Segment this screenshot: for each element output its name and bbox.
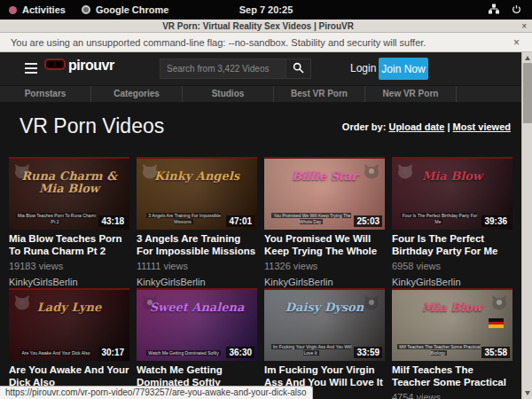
video-thumbnail[interactable]: Sweet Analena Watch Me Getting Dominated… [137, 288, 257, 361]
video-title[interactable]: Milf Teaches The Teacher Some Practical … [392, 364, 512, 389]
site-header: pirouvr Login Join Now [0, 52, 532, 85]
window-title-bar: VR Porn: Virtual Reality Sex Videos | Pi… [0, 20, 532, 33]
thumbnail-overlay-title: Mia Blow [396, 170, 508, 183]
search-icon [293, 61, 304, 77]
thumbnail-caption: 3 Angels Are Training For Impossible Mis… [142, 213, 225, 224]
window-title: VR Porn: Virtual Reality Sex Videos | Pi… [0, 21, 516, 31]
menu-hamburger-icon[interactable] [25, 63, 37, 74]
video-thumbnail[interactable]: Kinky Angels 3 Angels Are Training For I… [137, 157, 257, 230]
video-duration-badge: 33:59 [354, 347, 382, 358]
network-icon[interactable] [489, 4, 499, 16]
video-card[interactable]: Lady Lyne Are You Awake And Your Dick Al… [9, 288, 129, 399]
video-duration-badge: 39:36 [481, 215, 510, 227]
thumbnail-caption: Im Fucking Your Virgin Ass And You Will … [270, 344, 353, 356]
video-studio-link[interactable]: KinkyGirlsBerlin [9, 277, 129, 287]
order-link-most-viewed[interactable]: Most viewed [453, 121, 511, 132]
video-thumbnail[interactable]: Lady Lyne Are You Awake And Your Dick Al… [9, 288, 129, 361]
search-button[interactable] [286, 59, 311, 79]
video-thumbnail[interactable]: Billie Star You Promised We Will Keep Tr… [264, 157, 385, 230]
thumbnail-caption: Are You Awake And Your Dick Also [14, 350, 98, 356]
scrollbar-down-icon[interactable] [525, 391, 530, 395]
vr-goggles-icon [44, 58, 66, 74]
thumbnail-caption: Mia Blow Teaches Porn To Runa Charm Pt 2 [14, 213, 98, 224]
video-card[interactable]: Billie Star You Promised We Will Keep Tr… [264, 157, 385, 287]
nav-item-pornstars[interactable]: Pornstars [0, 86, 91, 102]
browser-viewport: pirouvr Login Join Now Pornstars Categor… [0, 52, 532, 399]
order-by: Order by: Upload date | Most viewed [342, 121, 511, 132]
video-studio-link[interactable]: KinkyGirlsBerlin [264, 277, 385, 287]
video-duration-badge: 43:18 [98, 215, 127, 227]
video-grid: Runa Charm & Mia Blow Mia Blow Teaches P… [0, 157, 532, 399]
thumbnail-caption: Four Is The Perfect Birthday Party For M… [397, 213, 481, 224]
system-top-bar: Activities Google Chrome Sep 7 20:25 [0, 0, 532, 20]
warning-close-icon[interactable]: × [501, 36, 532, 49]
power-icon[interactable] [512, 4, 521, 16]
nav-item-studios[interactable]: Studios [183, 86, 274, 102]
site-logo[interactable]: pirouvr [44, 58, 114, 74]
system-clock[interactable]: Sep 7 20:25 [0, 4, 532, 15]
video-views: 11326 views [264, 261, 385, 271]
nav-item-categories[interactable]: Categories [91, 86, 183, 102]
site-logo-text: pirouvr [68, 58, 114, 74]
thumbnail-caption: You Promised We Will Keep Trying The Who… [270, 213, 353, 224]
window-close-icon[interactable]: × [516, 21, 532, 31]
join-now-button[interactable]: Join Now [379, 58, 428, 80]
nav-item-best-vr-porn[interactable]: Best VR Porn [274, 86, 365, 102]
thumbnail-overlay-title: Runa Charm & Mia Blow [13, 170, 125, 194]
thumbnail-caption: Watch Me Getting Dominated Softly [142, 350, 225, 356]
scrollbar-thumb[interactable] [523, 63, 532, 123]
order-link-upload-date[interactable]: Upload date [388, 121, 444, 132]
thumbnail-caption: Milf Teaches The Teacher Some Practical … [397, 344, 481, 356]
login-link[interactable]: Login [350, 62, 376, 74]
german-flag-icon [489, 318, 504, 328]
thumbnail-overlay-title: Daisy Dyson [269, 301, 380, 314]
video-thumbnail[interactable]: Runa Charm & Mia Blow Mia Blow Teaches P… [9, 157, 129, 230]
video-card[interactable]: Kinky Angels 3 Angels Are Training For I… [137, 157, 257, 287]
video-title[interactable]: Four Is The Perfect Birthday Party For M… [392, 233, 512, 258]
video-views: 11111 views [137, 261, 257, 271]
video-card[interactable]: Daisy Dyson Im Fucking Your Virgin Ass A… [264, 288, 385, 399]
order-by-label: Order by: [342, 121, 387, 132]
video-card[interactable]: Runa Charm & Mia Blow Mia Blow Teaches P… [9, 157, 129, 287]
video-duration-badge: 30:17 [98, 347, 127, 358]
thumbnail-overlay-title: Kinky Angels [141, 170, 253, 183]
video-views: 6958 views [392, 261, 512, 271]
video-views: 19183 views [9, 261, 129, 271]
video-card[interactable]: Mia Blow Four Is The Perfect Birthday Pa… [392, 157, 512, 287]
thumbnail-overlay-title: Lady Lyne [13, 301, 125, 314]
thumbnail-overlay-title: Mia Blow [396, 301, 508, 314]
chrome-warning-bar: You are using an unsupported command-lin… [0, 33, 532, 52]
video-card[interactable]: Mia Blow Milf Teaches The Teacher Some P… [392, 288, 512, 399]
order-separator: | [444, 121, 452, 132]
status-bar-url: https://pirouvr.com/vr-porn-video/779325… [0, 386, 313, 399]
video-title[interactable]: 3 Angels Are Training For Impossible Mis… [137, 233, 257, 258]
scrollbar-up-icon[interactable] [525, 56, 530, 60]
video-title[interactable]: You Promised We Will Keep Trying The Who… [264, 233, 385, 258]
main-nav: Pornstars Categories Studios Best VR Por… [0, 85, 532, 102]
thumbnail-overlay-title: Sweet Analena [141, 301, 253, 314]
video-title[interactable]: Mia Blow Teaches Porn To Runa Charm Pt 2 [9, 233, 129, 258]
warning-text: You are using an unsupported command-lin… [0, 37, 501, 48]
thumbnail-overlay-title: Billie Star [269, 170, 380, 183]
video-views: 4754 views [392, 392, 512, 399]
nav-item-new-vr-porn[interactable]: New VR Porn [365, 86, 457, 102]
page-scrollbar[interactable] [521, 52, 532, 399]
video-thumbnail[interactable]: Mia Blow Four Is The Perfect Birthday Pa… [392, 157, 512, 230]
video-duration-badge: 35:58 [481, 347, 510, 358]
video-duration-badge: 47:01 [226, 215, 254, 227]
video-studio-link[interactable]: KinkyGirlsBerlin [137, 277, 257, 287]
video-duration-badge: 25:03 [354, 215, 382, 227]
page-title: VR Porn Videos [20, 114, 164, 138]
video-thumbnail[interactable]: Mia Blow Milf Teaches The Teacher Some P… [392, 288, 512, 361]
video-card[interactable]: Sweet Analena Watch Me Getting Dominated… [137, 288, 257, 399]
search-input[interactable] [160, 59, 286, 79]
video-studio-link[interactable]: KinkyGirlsBerlin [392, 277, 512, 287]
video-thumbnail[interactable]: Daisy Dyson Im Fucking Your Virgin Ass A… [264, 288, 385, 361]
video-duration-badge: 36:30 [226, 347, 254, 358]
